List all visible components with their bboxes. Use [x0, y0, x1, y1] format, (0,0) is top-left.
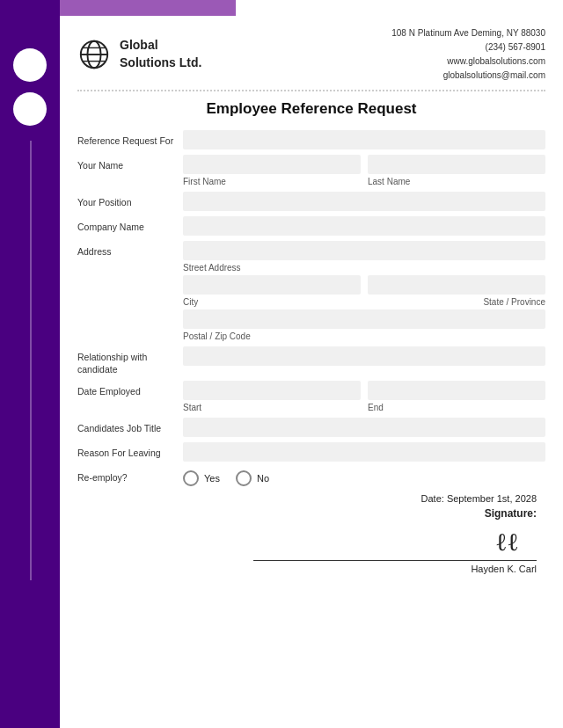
- reason-leaving-fields: [183, 442, 545, 462]
- re-employ-label: Re-employ?: [77, 467, 183, 484]
- your-name-fields: First Name Last Name: [183, 155, 545, 186]
- signature-line: [253, 560, 537, 561]
- street-address-sublabel: Street Address: [183, 263, 545, 273]
- signature-image: ℓℓ: [77, 521, 537, 557]
- yes-radio-circle: [183, 470, 199, 486]
- your-position-fields: [183, 192, 545, 211]
- sidebar-circle-2: [13, 92, 47, 126]
- form-title: Employee Reference Request: [77, 100, 545, 118]
- start-sublabel: Start: [183, 403, 361, 412]
- main-content: Global Solutions Ltd. 108 N Platinum Ave…: [60, 16, 563, 728]
- last-name-input[interactable]: [368, 155, 545, 174]
- reason-leaving-input[interactable]: [183, 442, 545, 462]
- yes-radio-item[interactable]: Yes: [183, 470, 220, 486]
- state-input[interactable]: [368, 275, 545, 295]
- no-label: No: [257, 473, 269, 484]
- relationship-label: Relationship with candidate: [77, 346, 183, 375]
- street-address-input[interactable]: [183, 241, 545, 260]
- job-title-label: Candidates Job Title: [77, 418, 183, 435]
- globe-icon: [77, 38, 111, 71]
- re-employ-row: Re-employ? Yes No: [77, 467, 545, 486]
- signature-name: Hayden K. Carl: [77, 564, 537, 574]
- postal-sublabel: Postal / Zip Code: [183, 331, 545, 341]
- job-title-fields: [183, 418, 545, 437]
- signature-label: Signature:: [77, 507, 537, 520]
- your-position-row: Your Position: [77, 192, 545, 211]
- header: Global Solutions Ltd. 108 N Platinum Ave…: [77, 16, 545, 91]
- your-name-row: Your Name First Name Last Name: [77, 155, 545, 186]
- relationship-input[interactable]: [183, 346, 545, 366]
- signature-area: Date: September 1st, 2028 Signature: ℓℓ …: [77, 493, 545, 574]
- sidebar-line: [30, 141, 32, 580]
- yes-label: Yes: [204, 473, 220, 484]
- first-name-input[interactable]: [183, 155, 361, 174]
- reference-request-for-label: Reference Request For: [77, 130, 183, 148]
- reference-request-for-input[interactable]: [183, 130, 545, 149]
- your-position-input[interactable]: [183, 192, 545, 211]
- end-sublabel: End: [368, 403, 545, 412]
- no-radio-item[interactable]: No: [236, 470, 269, 486]
- reason-leaving-row: Reason For Leaving: [77, 442, 545, 462]
- company-name-fields: [183, 216, 545, 236]
- reference-request-for-fields: [183, 130, 545, 149]
- city-sublabel: City: [183, 297, 361, 307]
- first-name-sublabel: First Name: [183, 177, 361, 186]
- end-date-input[interactable]: [368, 381, 545, 400]
- reference-request-for-row: Reference Request For: [77, 130, 545, 149]
- contact-info: 108 N Platinum Ave Deming, NY 88030 (234…: [391, 26, 545, 83]
- date-employed-label: Date Employed: [77, 381, 183, 398]
- address-label: Address: [77, 241, 183, 258]
- sidebar-circle-1: [13, 48, 47, 82]
- re-employ-fields: Yes No: [183, 467, 545, 486]
- postal-input[interactable]: [183, 309, 545, 329]
- company-name-label: Company Name: [77, 216, 183, 234]
- address-fields: Street Address City State / Province Pos…: [183, 241, 545, 341]
- state-sublabel: State / Province: [368, 297, 545, 307]
- relationship-row: Relationship with candidate: [77, 346, 545, 375]
- date-employed-fields: Start End: [183, 381, 545, 412]
- your-name-label: Your Name: [77, 155, 183, 172]
- no-radio-circle: [236, 470, 252, 486]
- city-input[interactable]: [183, 275, 361, 295]
- job-title-input[interactable]: [183, 418, 545, 437]
- sidebar-top-bar: [60, 0, 236, 16]
- company-name-input[interactable]: [183, 216, 545, 236]
- your-position-label: Your Position: [77, 192, 183, 209]
- address-row: Address Street Address City State / Prov…: [77, 241, 545, 341]
- date-employed-row: Date Employed Start End: [77, 381, 545, 412]
- start-date-input[interactable]: [183, 381, 361, 400]
- reason-leaving-label: Reason For Leaving: [77, 442, 183, 460]
- logo-area: Global Solutions Ltd.: [77, 37, 201, 71]
- job-title-row: Candidates Job Title: [77, 418, 545, 437]
- company-name: Global Solutions Ltd.: [120, 37, 201, 71]
- signature-date: Date: September 1st, 2028: [77, 493, 537, 504]
- last-name-sublabel: Last Name: [368, 177, 545, 186]
- relationship-fields: [183, 346, 545, 366]
- company-name-row: Company Name: [77, 216, 545, 236]
